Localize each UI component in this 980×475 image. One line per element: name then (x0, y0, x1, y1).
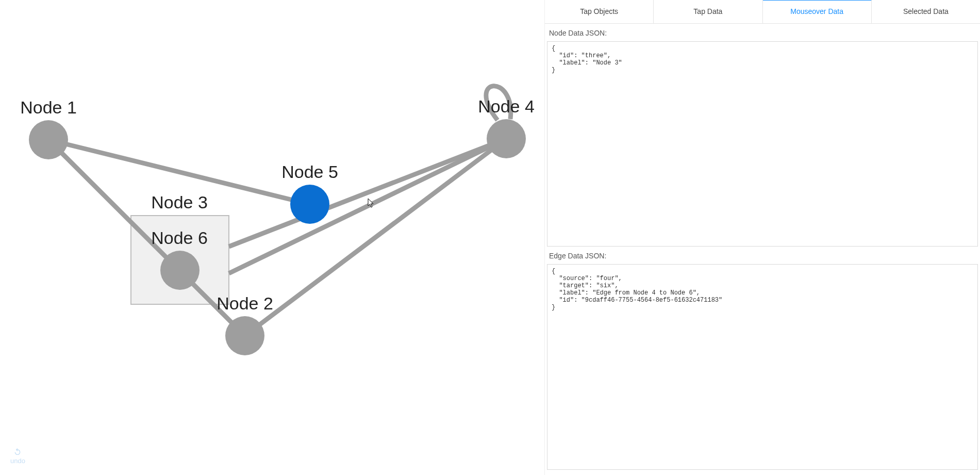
sidebar-panel: Tap Objects Tap Data Mouseover Data Sele… (544, 0, 980, 475)
node-label-n1: Node 1 (20, 97, 77, 117)
undo-label: undo (10, 457, 25, 465)
node-n6[interactable] (160, 251, 200, 290)
node-data-textarea[interactable] (547, 41, 978, 247)
node-label-n2: Node 2 (217, 293, 273, 313)
node-label-n3: Node 3 (151, 192, 208, 212)
tab-tap-data[interactable]: Tap Data (654, 0, 762, 23)
node-label-n4: Node 4 (478, 96, 535, 116)
edge-n6-n4[interactable] (229, 139, 506, 273)
undo-icon (13, 448, 22, 456)
tab-selected-data[interactable]: Selected Data (872, 0, 980, 23)
tab-tap-objects[interactable]: Tap Objects (545, 0, 654, 23)
node-n1[interactable] (29, 120, 68, 159)
undo-button[interactable]: undo (10, 448, 25, 465)
edge-data-textarea[interactable] (547, 264, 978, 470)
tabs-container: Tap Objects Tap Data Mouseover Data Sele… (545, 0, 980, 24)
node-n4[interactable] (487, 119, 526, 158)
node-label-n5: Node 5 (281, 162, 338, 182)
graph-canvas[interactable]: Node 1Node 2Node 3Node 4Node 5Node 6 und… (0, 0, 544, 475)
edge-data-label: Edge Data JSON: (547, 247, 978, 264)
tab-mouseover-data[interactable]: Mouseover Data (763, 0, 872, 23)
node-n2[interactable] (225, 316, 264, 355)
node-n5[interactable] (290, 185, 329, 224)
node-data-label: Node Data JSON: (547, 24, 978, 41)
node-label-n6: Node 6 (151, 228, 208, 248)
